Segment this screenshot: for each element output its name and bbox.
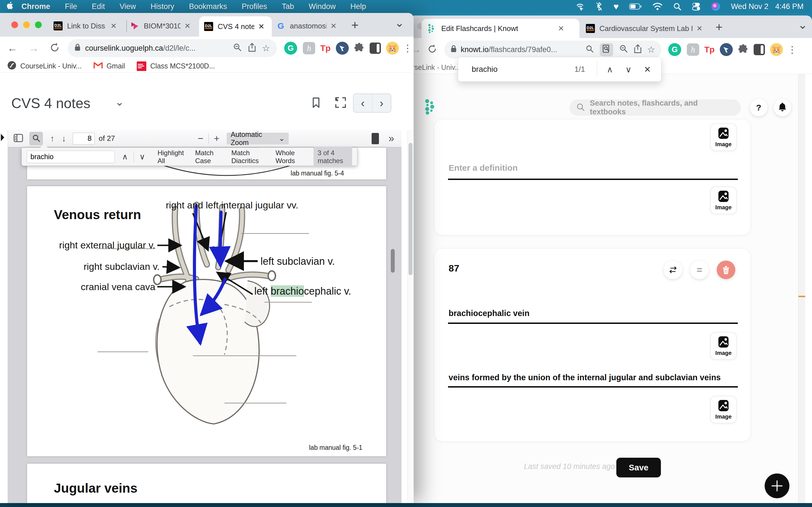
pdf-page-input[interactable] (73, 133, 95, 145)
find-next-icon[interactable] (625, 64, 631, 74)
pdf-sidebar-toggle-icon[interactable] (13, 133, 23, 144)
scrollbar-thumb[interactable] (409, 143, 412, 275)
side-panel-icon[interactable] (754, 44, 765, 55)
new-tab-button[interactable] (716, 20, 723, 34)
close-tab-icon[interactable] (331, 22, 337, 31)
close-tab-icon[interactable] (110, 22, 117, 31)
term-field[interactable]: brachiocephalic vein (449, 309, 529, 318)
option-whole-words[interactable]: Whole Words (275, 149, 303, 165)
definition-placeholder[interactable]: Enter a definition (449, 163, 518, 173)
forward-button[interactable] (29, 42, 39, 54)
knowt-logo[interactable] (424, 99, 445, 118)
close-tab-icon[interactable] (558, 24, 564, 33)
pdf-search-button[interactable] (29, 132, 43, 145)
close-tab-icon[interactable] (696, 24, 703, 33)
drag-handle-button[interactable]: = (690, 261, 709, 279)
zoom-out-icon[interactable] (233, 43, 242, 54)
tab-anastomosis[interactable]: anastomosi (276, 17, 341, 35)
apple-menu-icon[interactable] (7, 1, 14, 12)
chrome-menu-icon[interactable] (788, 44, 797, 55)
find-query[interactable]: brachio (472, 65, 498, 74)
share-icon[interactable] (248, 43, 256, 54)
wifi-icon[interactable] (652, 3, 663, 10)
bookmark-star-icon[interactable] (262, 43, 270, 54)
pdf-find-input[interactable] (27, 151, 115, 163)
address-bar[interactable]: knowt.io /flashcards/79afe0... (444, 41, 661, 59)
tophat-extension-icon[interactable]: Tp (320, 43, 331, 53)
menu-item-window[interactable]: Window (309, 2, 336, 11)
menu-item-help[interactable]: Help (350, 2, 366, 11)
image-upload-button[interactable]: Image (710, 123, 737, 151)
profile-avatar[interactable]: 🐹 (770, 43, 783, 56)
page-scrollbar[interactable] (407, 130, 414, 503)
menu-item-bookmarks[interactable]: Bookmarks (189, 2, 227, 11)
tab-edit-flashcards[interactable]: Edit Flashcards | Knowt (421, 19, 579, 38)
find-close-icon[interactable] (644, 64, 651, 74)
title-dropdown-chevron-icon[interactable] (115, 96, 124, 108)
menu-bar-time[interactable]: 4:46 PM (775, 2, 804, 11)
pdf-previous-match-icon[interactable] (50, 134, 54, 144)
option-highlight-all[interactable]: Highlight All (158, 149, 184, 165)
screen-mirroring-icon[interactable] (575, 2, 585, 11)
reload-button[interactable] (50, 43, 60, 54)
add-flashcard-fab[interactable] (765, 473, 790, 498)
battery-icon[interactable] (629, 3, 642, 10)
tophat-extension-icon[interactable]: Tp (704, 45, 715, 54)
share-icon[interactable] (634, 44, 642, 55)
chrome-menu-icon[interactable] (403, 43, 412, 54)
tab-cardiovascular-lab[interactable]: Cardiovascular System Lab Ma (584, 19, 705, 38)
save-button[interactable]: Save (616, 458, 661, 477)
close-tab-icon[interactable] (185, 22, 191, 31)
control-center-icon[interactable] (692, 2, 700, 11)
window-zoom[interactable] (35, 21, 42, 28)
menu-item-history[interactable]: History (151, 2, 174, 11)
pdf-find-next-icon[interactable] (139, 152, 145, 161)
spotlight-search-icon[interactable] (673, 3, 681, 10)
bluetooth-off-icon[interactable] (596, 2, 603, 11)
menu-item-tab[interactable]: Tab (282, 2, 294, 11)
grammarly-extension-icon[interactable]: G (668, 43, 681, 56)
option-match-case[interactable]: Match Case (195, 149, 220, 165)
pdf-presentation-icon[interactable] (371, 133, 379, 144)
zoom-out-icon[interactable] (619, 45, 628, 55)
bookmark-star-icon[interactable] (647, 44, 655, 55)
image-upload-button[interactable]: Image (710, 332, 737, 360)
extensions-puzzle-icon[interactable] (354, 43, 364, 54)
fullscreen-icon[interactable] (335, 97, 346, 109)
search-icon[interactable] (586, 45, 594, 55)
tab-cvs-4-notes[interactable]: CVS 4 note (199, 16, 272, 37)
pdf-scrollbar-thumb[interactable] (391, 249, 395, 273)
siri-icon[interactable] (711, 2, 720, 11)
menu-item-file[interactable]: File (65, 2, 77, 11)
extensions-puzzle-icon[interactable] (738, 44, 749, 55)
menu-item-edit[interactable]: Edit (92, 2, 105, 11)
bookmark-gmail[interactable]: Gmail (107, 62, 125, 70)
flip-term-definition-button[interactable] (664, 261, 682, 279)
menu-item-view[interactable]: View (119, 2, 136, 11)
tab-search-chevron-icon[interactable] (395, 16, 404, 29)
notifications-button[interactable] (774, 99, 791, 116)
window-minimize[interactable] (23, 21, 30, 28)
tab-search-chevron-icon[interactable] (798, 18, 808, 31)
back-button[interactable] (7, 42, 17, 54)
profile-avatar[interactable]: 🐹 (386, 42, 399, 55)
heart-icon[interactable]: ♥ (613, 1, 619, 12)
h-extension-icon[interactable]: h (303, 42, 315, 54)
pointer-extension-icon[interactable] (336, 42, 349, 55)
image-upload-button[interactable]: Image (710, 186, 737, 214)
address-bar[interactable]: courselink.uoguelph.ca /d2l/le/c... (68, 39, 277, 57)
definition-field[interactable]: veins formed by the union of the interna… (449, 373, 721, 382)
pointer-extension-icon[interactable] (720, 43, 733, 56)
menu-item-profiles[interactable]: Profiles (242, 2, 267, 11)
grammarly-extension-icon[interactable]: G (284, 42, 297, 55)
new-tab-button[interactable] (351, 18, 359, 32)
option-match-diacritics[interactable]: Match Diacritics (231, 149, 264, 165)
reload-button[interactable] (427, 44, 437, 55)
pdf-zoom-out-icon[interactable] (198, 133, 204, 144)
pdf-find-previous-icon[interactable] (122, 152, 128, 161)
bookmark-courselink[interactable]: CourseLink - Univ... (20, 62, 82, 70)
find-in-page-icon[interactable] (600, 43, 613, 56)
knowt-search-bar[interactable]: Search notes, flashcards, and textbooks (569, 100, 741, 116)
menu-item-chrome[interactable]: Chrome (21, 2, 50, 11)
next-page-button[interactable] (372, 94, 391, 112)
